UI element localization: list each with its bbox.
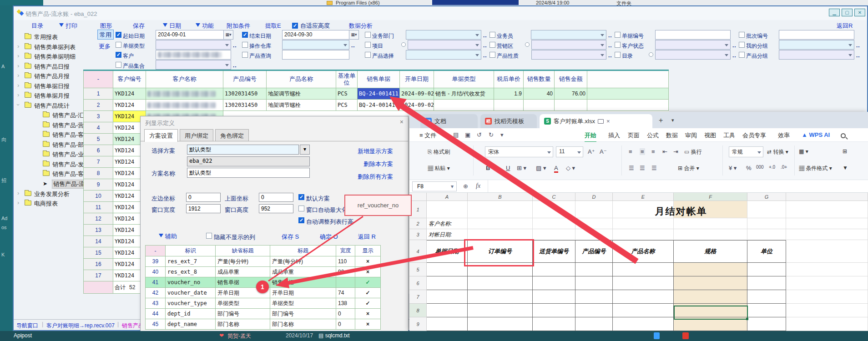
sum-icon[interactable]: ⊞ <box>843 148 847 155</box>
end-date-checkbox[interactable] <box>242 32 248 38</box>
sheet-header-cell[interactable]: 产品编号 <box>575 240 613 263</box>
sheet-cell[interactable] <box>575 317 613 331</box>
indent-right-icon[interactable]: ⇥ <box>673 148 678 155</box>
ok-button[interactable]: 确定 O <box>320 233 338 241</box>
row-header[interactable]: 4 <box>409 240 427 263</box>
aux-menu[interactable]: 辅助 <box>159 232 177 241</box>
end-date-input[interactable]: 2024-09-30 <box>282 30 349 40</box>
currency-icon[interactable]: ¥ ▾ <box>729 165 737 171</box>
decrease-font-icon[interactable]: A⁻ <box>600 148 607 155</box>
borders-icon[interactable]: ⊞ ▾ <box>517 165 526 171</box>
save-icon[interactable]: ▤ <box>453 131 459 138</box>
sheet-cell[interactable] <box>427 290 468 304</box>
col-rownum[interactable]: - <box>84 71 113 88</box>
align-center-icon[interactable]: ☰ <box>640 165 645 171</box>
project-radio[interactable] <box>401 42 406 47</box>
menu-member[interactable]: 会员专享 <box>742 131 766 140</box>
project-select[interactable] <box>408 40 481 50</box>
sheet-cell[interactable] <box>786 218 868 229</box>
sheet-cell[interactable] <box>786 240 868 263</box>
sheet-cell[interactable] <box>747 304 786 317</box>
save-button[interactable]: 保存 S <box>282 233 299 241</box>
formula-input[interactable] <box>488 180 868 192</box>
hide-columns-checkbox[interactable] <box>206 233 212 239</box>
col-voucher[interactable]: 销售单据 <box>358 71 400 88</box>
sheet-header-cell[interactable]: 规格 <box>674 240 747 263</box>
align-left-icon[interactable]: ☰ <box>629 165 634 171</box>
toolbar-function[interactable]: 功能 <box>196 22 214 30</box>
customer-name-cell[interactable]: 客户名称: <box>427 218 468 229</box>
row-header[interactable]: 6 <box>409 276 427 290</box>
sheet-cell[interactable] <box>468 290 533 304</box>
sheet-header-cell[interactable]: 产品名称 <box>613 240 674 263</box>
grid-row[interactable]: 44dept_id部门编号部门编号0× <box>146 309 381 319</box>
sheet-cell[interactable] <box>533 201 575 218</box>
col-price[interactable]: 税后单价 <box>494 71 524 88</box>
mygroup-checkbox[interactable] <box>739 42 745 48</box>
cstatus-select[interactable] <box>655 40 731 50</box>
sheet-cell[interactable] <box>674 290 747 304</box>
number-format-select[interactable]: 常规 <box>729 146 763 157</box>
sheet-cell[interactable] <box>533 218 575 229</box>
menu-view[interactable]: 视图 <box>704 131 716 140</box>
sheet-cell[interactable] <box>674 218 747 229</box>
win-height-input[interactable]: 952 <box>259 204 293 213</box>
col-unit[interactable]: 基准单位 <box>336 71 358 88</box>
menu-review[interactable]: 审阅 <box>685 131 697 140</box>
sheet-cell[interactable] <box>613 290 674 304</box>
sheet-cell[interactable] <box>533 317 575 331</box>
sheet-cell[interactable] <box>533 263 575 276</box>
sheet-cell[interactable] <box>575 201 613 218</box>
col-header[interactable]: A <box>427 193 468 201</box>
sheet-cell[interactable] <box>575 290 613 304</box>
sheet-header-cell[interactable]: 单据日期 <box>427 240 468 263</box>
sheet-cell[interactable] <box>747 276 786 290</box>
col-header[interactable]: B <box>468 193 533 201</box>
col-prod-id[interactable]: 产品编号 <box>223 71 267 88</box>
sheet-cell[interactable] <box>533 276 575 290</box>
sheet-cell[interactable] <box>533 229 575 240</box>
pselect-select[interactable] <box>406 50 481 60</box>
font-size-select[interactable]: 11 <box>556 146 583 157</box>
region-checkbox[interactable] <box>490 42 495 48</box>
pcatalog-select[interactable] <box>655 50 731 60</box>
table-row[interactable]: 1 YKD124 1302031450 地架调节螺栓 PCS BQ-24-001… <box>84 88 669 100</box>
tab-customer-detail[interactable]: 客户对账明细→rep.recv.007 <box>46 322 115 330</box>
sheet-cell[interactable] <box>613 276 674 290</box>
statement-date-cell[interactable]: 对帐日期: <box>427 229 468 240</box>
more-dots[interactable]: .. <box>856 52 860 59</box>
sheet-cell[interactable] <box>786 304 868 317</box>
sheet-cell[interactable] <box>747 218 786 229</box>
pgroup-checkbox[interactable] <box>739 52 745 58</box>
more-filters-link[interactable]: 更多 <box>99 42 111 50</box>
start-date-input[interactable]: 2024-09-01 <box>156 30 224 40</box>
mygroup-select[interactable] <box>779 40 854 50</box>
conditional-format-button[interactable]: ▦ 条件格式 ▾ <box>799 165 832 172</box>
more-dots[interactable]: .. <box>483 52 487 59</box>
sheet-cell[interactable] <box>468 218 533 229</box>
calendar-dropdown-button[interactable]: ▦▾ <box>349 30 359 40</box>
scheme-select[interactable]: 默认类型 <box>187 145 299 155</box>
warehouse-select[interactable] <box>282 40 349 50</box>
chevron-right-icon[interactable]: › <box>17 91 19 98</box>
tab-docer-templates[interactable]: 稻 找稻壳模板 <box>480 114 537 128</box>
tab-user-binding[interactable]: 用户绑定 <box>180 129 213 141</box>
sheet-cell[interactable] <box>747 290 786 304</box>
menu-efficiency[interactable]: 效率 <box>778 131 790 140</box>
pos-top-input[interactable]: 0 <box>259 193 293 202</box>
row-header[interactable]: 5 <box>409 263 427 276</box>
sheet-header-cell[interactable]: 送货单编号 <box>533 240 575 263</box>
toolbar-catalog[interactable]: 目录 <box>31 22 43 30</box>
vtype-select[interactable] <box>156 40 231 50</box>
salesman-checkbox[interactable] <box>490 32 495 38</box>
sheet-cell[interactable] <box>575 229 613 240</box>
toolbar-save[interactable]: 保存 <box>133 22 145 30</box>
shape-fill-icon[interactable]: ◇ ▾ <box>566 165 575 171</box>
align-top-icon[interactable]: ≡ <box>629 148 632 155</box>
warehouse-checkbox[interactable] <box>242 42 248 48</box>
toolbar-print[interactable]: 打印 <box>59 22 77 30</box>
indent-left-icon[interactable]: ⇤ <box>662 148 667 155</box>
pset-select[interactable] <box>156 60 231 70</box>
autofit-checkbox[interactable] <box>292 23 298 29</box>
font-select[interactable]: 宋体 <box>485 146 553 157</box>
